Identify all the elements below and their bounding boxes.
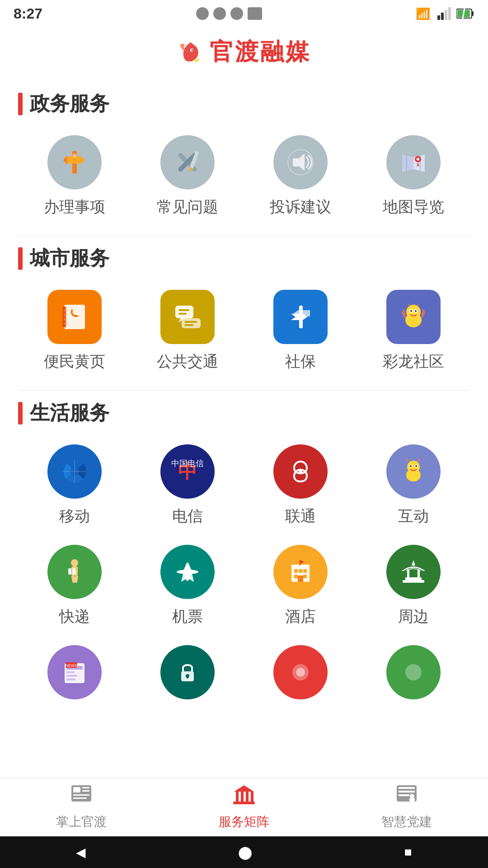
- section-bar-gov: [18, 93, 23, 115]
- wifi-icon: 📶: [416, 7, 432, 20]
- life-r3-icon-2: [160, 645, 215, 699]
- section-bar-life: [18, 402, 23, 425]
- life-r3-icon-1: NEWS: [47, 645, 102, 699]
- life-item-telecom[interactable]: 中 中国电信 电信: [131, 440, 244, 531]
- nav-party-label: 智慧党建: [381, 813, 432, 830]
- svg-rect-77: [298, 576, 303, 582]
- flight-label: 机票: [172, 606, 203, 627]
- nearby-label: 周边: [398, 606, 429, 627]
- life-item-nearby[interactable]: 周边: [357, 540, 470, 632]
- nav-news-label: 掌上官渡: [56, 813, 107, 830]
- nav-party-icon: [395, 784, 418, 810]
- city-services-section: 城市服务: [0, 236, 488, 390]
- nav-item-news[interactable]: 掌上官渡: [0, 784, 163, 830]
- gov-item-map[interactable]: 地图导览: [357, 131, 470, 222]
- svg-rect-4: [448, 7, 451, 20]
- svg-rect-90: [66, 675, 77, 677]
- app-title: 官渡融媒: [210, 36, 311, 68]
- city-section-label: 城市服务: [30, 245, 109, 272]
- city-item-social-security[interactable]: 社保: [244, 285, 357, 377]
- status-bar: 8:27 📶: [0, 0, 488, 27]
- status-time: 8:27: [14, 5, 42, 22]
- svg-rect-1: [437, 15, 440, 20]
- status-right-icons: 📶: [416, 7, 474, 20]
- social-security-icon: [273, 290, 328, 344]
- gov-item-handle[interactable]: 办理事项: [18, 131, 131, 222]
- life-item-hotel[interactable]: 酒店: [244, 540, 357, 632]
- svg-rect-118: [399, 794, 409, 796]
- app-logo-icon: [177, 38, 204, 66]
- life-item-express[interactable]: 快递: [18, 540, 131, 632]
- gov-item-faq[interactable]: 常见问题: [131, 131, 244, 222]
- svg-text:中国电信: 中国电信: [171, 459, 204, 468]
- section-bar-city: [18, 247, 23, 270]
- svg-point-68: [177, 570, 198, 574]
- life-item-r3-4[interactable]: [357, 641, 470, 704]
- mobile-label: 移动: [59, 506, 90, 527]
- svg-rect-31: [182, 318, 201, 328]
- svg-rect-111: [241, 792, 244, 802]
- life-item-r3-2[interactable]: [131, 641, 244, 704]
- life-item-unicom[interactable]: 联通: [244, 440, 357, 531]
- svg-point-23: [417, 158, 419, 160]
- circle-icon-2: [213, 7, 226, 20]
- life-r3-icon-4: [386, 645, 441, 699]
- svg-rect-34: [184, 321, 197, 323]
- express-delivery-icon: [47, 545, 102, 599]
- life-services-section: 生活服务: [0, 391, 488, 717]
- svg-rect-75: [294, 575, 298, 578]
- map-icon: [386, 135, 441, 189]
- city-item-dragon[interactable]: 彩龙社区: [357, 285, 470, 377]
- svg-point-58: [415, 465, 417, 467]
- life-section-label: 生活服务: [30, 400, 109, 426]
- sim-icon: [248, 7, 262, 20]
- handle-icon: [47, 135, 102, 189]
- svg-text:📶: 📶: [416, 7, 431, 20]
- svg-rect-107: [82, 787, 89, 788]
- life-item-mobile[interactable]: 移动: [18, 440, 131, 531]
- svg-rect-76: [303, 575, 307, 578]
- svg-rect-73: [299, 569, 302, 573]
- life-item-interactive[interactable]: 互动: [357, 440, 470, 531]
- recent-button[interactable]: ■: [404, 845, 412, 859]
- svg-rect-30: [175, 306, 193, 318]
- interactive-icon: [386, 444, 441, 499]
- svg-rect-116: [399, 787, 415, 789]
- life-section-title: 生活服务: [18, 400, 470, 426]
- battery-icon: [456, 8, 474, 19]
- gov-icon-grid: 办理事项 常见问题: [18, 131, 470, 222]
- svg-rect-74: [303, 569, 307, 573]
- telecom-icon: 中 中国电信: [160, 444, 215, 499]
- home-button[interactable]: ⬤: [238, 845, 252, 860]
- mobile-icon: [47, 444, 102, 499]
- svg-rect-108: [82, 790, 89, 792]
- city-item-yellowpages[interactable]: 便民黄页: [18, 285, 131, 377]
- complaint-label: 投诉建议: [270, 197, 331, 217]
- transit-icon: [160, 290, 215, 344]
- svg-point-119: [410, 794, 414, 798]
- svg-point-60: [71, 559, 78, 566]
- back-button[interactable]: ◀: [76, 845, 86, 860]
- svg-point-13: [73, 154, 76, 157]
- yellowpages-label: 便民黄页: [44, 351, 105, 372]
- svg-rect-91: [66, 679, 75, 680]
- nav-services-icon: [232, 784, 256, 810]
- hotel-label: 酒店: [285, 606, 316, 627]
- telecom-label: 电信: [172, 506, 203, 527]
- life-item-flight[interactable]: 机票: [131, 540, 244, 632]
- nav-item-party[interactable]: 智慧党建: [325, 784, 488, 830]
- svg-rect-110: [236, 792, 239, 802]
- city-item-transit[interactable]: 公共交通: [131, 285, 244, 377]
- interactive-label: 互动: [398, 506, 429, 527]
- hotel-icon: [273, 545, 328, 599]
- svg-rect-113: [251, 792, 253, 802]
- nav-item-services[interactable]: 服务矩阵: [163, 784, 325, 830]
- life-item-r3-1[interactable]: NEWS: [18, 641, 131, 704]
- flight-icon: [160, 545, 215, 599]
- status-icons: [196, 7, 262, 20]
- svg-rect-3: [445, 10, 447, 20]
- gov-item-complaint[interactable]: 投诉建议: [244, 131, 357, 222]
- life-row-2: 快递 机票: [18, 540, 470, 632]
- svg-point-102: [405, 664, 422, 680]
- life-item-r3-3[interactable]: [244, 641, 357, 704]
